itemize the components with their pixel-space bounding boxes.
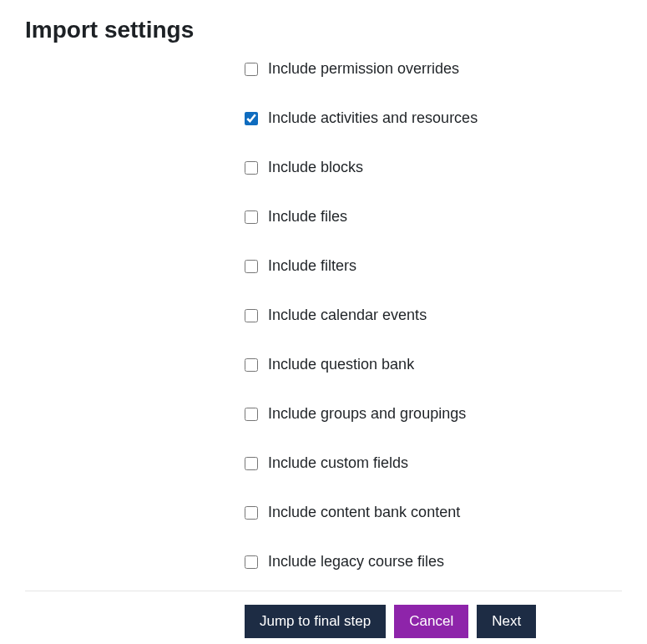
checkbox-label-blocks[interactable]: Include blocks (268, 159, 363, 176)
checkbox-row-blocks: Include blocks (245, 159, 622, 176)
checkbox-row-activities-resources: Include activities and resources (245, 109, 622, 127)
checkbox-permission-overrides[interactable] (245, 63, 258, 76)
page-title: Import settings (25, 17, 647, 43)
checkbox-files[interactable] (245, 210, 258, 224)
checkbox-label-groups-groupings[interactable]: Include groups and groupings (268, 405, 466, 423)
checkbox-custom-fields[interactable] (245, 457, 258, 470)
jump-to-final-step-button[interactable]: Jump to final step (245, 605, 386, 638)
checkbox-legacy-course-files[interactable] (245, 555, 258, 569)
next-button[interactable]: Next (477, 605, 536, 638)
settings-form: Include permission overrides Include act… (0, 60, 647, 570)
checkbox-label-custom-fields[interactable]: Include custom fields (268, 454, 408, 472)
checkbox-content-bank[interactable] (245, 506, 258, 520)
checkbox-label-permission-overrides[interactable]: Include permission overrides (268, 60, 459, 78)
checkbox-row-permission-overrides: Include permission overrides (245, 60, 622, 78)
checkbox-label-filters[interactable]: Include filters (268, 257, 356, 275)
checkbox-row-filters: Include filters (245, 257, 622, 275)
checkbox-calendar-events[interactable] (245, 309, 258, 322)
checkbox-filters[interactable] (245, 260, 258, 273)
checkbox-label-activities-resources[interactable]: Include activities and resources (268, 109, 478, 127)
checkbox-label-content-bank[interactable]: Include content bank content (268, 504, 460, 521)
checkbox-groups-groupings[interactable] (245, 408, 258, 421)
button-row: Jump to final step Cancel Next (245, 605, 647, 638)
checkbox-row-question-bank: Include question bank (245, 356, 622, 373)
checkbox-row-groups-groupings: Include groups and groupings (245, 405, 622, 423)
checkbox-label-calendar-events[interactable]: Include calendar events (268, 307, 427, 324)
checkbox-row-content-bank: Include content bank content (245, 504, 622, 521)
checkbox-label-question-bank[interactable]: Include question bank (268, 356, 414, 373)
cancel-button[interactable]: Cancel (394, 605, 468, 638)
checkbox-label-legacy-course-files[interactable]: Include legacy course files (268, 553, 444, 570)
checkbox-row-calendar-events: Include calendar events (245, 307, 622, 324)
checkbox-blocks[interactable] (245, 161, 258, 175)
divider (25, 591, 622, 591)
checkbox-row-files: Include files (245, 208, 622, 226)
checkbox-label-files[interactable]: Include files (268, 208, 347, 226)
checkbox-row-legacy-course-files: Include legacy course files (245, 553, 622, 570)
checkbox-question-bank[interactable] (245, 358, 258, 372)
checkbox-row-custom-fields: Include custom fields (245, 454, 622, 472)
checkbox-activities-resources[interactable] (245, 112, 258, 125)
